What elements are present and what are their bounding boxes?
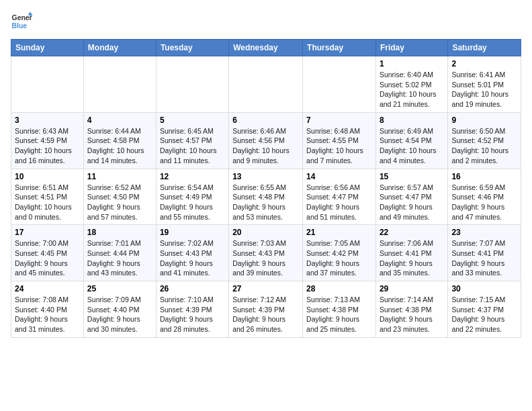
- calendar-cell: 2Sunrise: 6:41 AM Sunset: 5:01 PM Daylig…: [448, 56, 521, 113]
- day-info: Sunrise: 7:10 AM Sunset: 4:39 PM Dayligh…: [160, 295, 225, 334]
- day-info: Sunrise: 7:15 AM Sunset: 4:37 PM Dayligh…: [451, 295, 517, 334]
- calendar-cell: 1Sunrise: 6:40 AM Sunset: 5:02 PM Daylig…: [375, 56, 447, 113]
- calendar-header-sunday: Sunday: [11, 40, 84, 56]
- day-info: Sunrise: 6:54 AM Sunset: 4:49 PM Dayligh…: [160, 183, 225, 222]
- day-number: 26: [160, 284, 225, 293]
- page-container: General Blue SundayMondayTuesdayWednesda…: [0, 0, 532, 411]
- day-info: Sunrise: 6:45 AM Sunset: 4:57 PM Dayligh…: [160, 126, 225, 166]
- day-number: 12: [160, 172, 225, 181]
- calendar-cell: [303, 56, 376, 113]
- calendar-header-friday: Friday: [375, 40, 447, 56]
- day-number: 10: [15, 172, 80, 181]
- calendar-week-row: 17Sunrise: 7:00 AM Sunset: 4:45 PM Dayli…: [11, 225, 521, 281]
- day-number: 30: [451, 284, 517, 293]
- calendar-week-row: 10Sunrise: 6:51 AM Sunset: 4:51 PM Dayli…: [11, 169, 521, 225]
- day-info: Sunrise: 6:59 AM Sunset: 4:46 PM Dayligh…: [451, 183, 517, 222]
- day-info: Sunrise: 6:49 AM Sunset: 4:54 PM Dayligh…: [380, 126, 444, 166]
- calendar-cell: 17Sunrise: 7:00 AM Sunset: 4:45 PM Dayli…: [11, 225, 84, 281]
- calendar-cell: 19Sunrise: 7:02 AM Sunset: 4:43 PM Dayli…: [156, 225, 228, 281]
- day-number: 7: [306, 116, 372, 125]
- calendar-cell: 6Sunrise: 6:46 AM Sunset: 4:56 PM Daylig…: [229, 112, 303, 169]
- day-info: Sunrise: 6:50 AM Sunset: 4:52 PM Dayligh…: [451, 126, 517, 166]
- calendar-header-thursday: Thursday: [303, 40, 376, 56]
- calendar-week-row: 1Sunrise: 6:40 AM Sunset: 5:02 PM Daylig…: [11, 56, 521, 113]
- svg-text:Blue: Blue: [12, 22, 28, 30]
- day-info: Sunrise: 6:46 AM Sunset: 4:56 PM Dayligh…: [232, 126, 299, 166]
- day-number: 28: [306, 284, 372, 293]
- svg-text:General: General: [12, 14, 32, 21]
- calendar-cell: [11, 56, 84, 113]
- day-number: 13: [232, 172, 299, 181]
- day-info: Sunrise: 7:05 AM Sunset: 4:42 PM Dayligh…: [306, 238, 372, 278]
- day-number: 15: [380, 172, 444, 181]
- day-number: 19: [160, 228, 225, 237]
- day-info: Sunrise: 6:56 AM Sunset: 4:47 PM Dayligh…: [306, 183, 372, 222]
- calendar-cell: [83, 56, 156, 113]
- day-number: 22: [380, 228, 444, 237]
- calendar-cell: 10Sunrise: 6:51 AM Sunset: 4:51 PM Dayli…: [11, 169, 84, 225]
- day-info: Sunrise: 6:40 AM Sunset: 5:02 PM Dayligh…: [380, 70, 444, 109]
- day-number: 23: [451, 228, 517, 237]
- calendar-cell: 3Sunrise: 6:43 AM Sunset: 4:59 PM Daylig…: [11, 112, 84, 169]
- day-number: 5: [160, 116, 225, 125]
- calendar-week-row: 3Sunrise: 6:43 AM Sunset: 4:59 PM Daylig…: [11, 112, 521, 169]
- day-number: 6: [232, 116, 299, 125]
- calendar-cell: 8Sunrise: 6:49 AM Sunset: 4:54 PM Daylig…: [375, 112, 447, 169]
- day-info: Sunrise: 7:07 AM Sunset: 4:41 PM Dayligh…: [451, 238, 517, 278]
- calendar-cell: 15Sunrise: 6:57 AM Sunset: 4:47 PM Dayli…: [375, 169, 447, 225]
- day-info: Sunrise: 7:00 AM Sunset: 4:45 PM Dayligh…: [15, 238, 80, 278]
- day-number: 11: [87, 172, 152, 181]
- day-info: Sunrise: 7:12 AM Sunset: 4:39 PM Dayligh…: [232, 295, 299, 334]
- calendar-cell: 26Sunrise: 7:10 AM Sunset: 4:39 PM Dayli…: [156, 281, 228, 338]
- day-number: 2: [451, 59, 517, 68]
- calendar-cell: 23Sunrise: 7:07 AM Sunset: 4:41 PM Dayli…: [448, 225, 521, 281]
- calendar-cell: 25Sunrise: 7:09 AM Sunset: 4:40 PM Dayli…: [83, 281, 156, 338]
- calendar-cell: 29Sunrise: 7:14 AM Sunset: 4:38 PM Dayli…: [375, 281, 447, 338]
- calendar-cell: 30Sunrise: 7:15 AM Sunset: 4:37 PM Dayli…: [448, 281, 521, 338]
- day-number: 8: [380, 116, 444, 125]
- logo-icon: General Blue: [11, 11, 32, 32]
- calendar-cell: 7Sunrise: 6:48 AM Sunset: 4:55 PM Daylig…: [303, 112, 376, 169]
- calendar-cell: 18Sunrise: 7:01 AM Sunset: 4:44 PM Dayli…: [83, 225, 156, 281]
- day-number: 25: [87, 284, 152, 293]
- day-info: Sunrise: 7:13 AM Sunset: 4:38 PM Dayligh…: [306, 295, 372, 334]
- day-info: Sunrise: 6:57 AM Sunset: 4:47 PM Dayligh…: [380, 183, 444, 222]
- calendar-header-row: SundayMondayTuesdayWednesdayThursdayFrid…: [11, 40, 521, 56]
- calendar-cell: 21Sunrise: 7:05 AM Sunset: 4:42 PM Dayli…: [303, 225, 376, 281]
- calendar-cell: 9Sunrise: 6:50 AM Sunset: 4:52 PM Daylig…: [448, 112, 521, 169]
- day-info: Sunrise: 6:41 AM Sunset: 5:01 PM Dayligh…: [451, 70, 517, 109]
- day-number: 20: [232, 228, 299, 237]
- calendar-table: SundayMondayTuesdayWednesdayThursdayFrid…: [11, 39, 521, 338]
- day-number: 3: [15, 116, 80, 125]
- day-info: Sunrise: 6:51 AM Sunset: 4:51 PM Dayligh…: [15, 183, 80, 222]
- day-info: Sunrise: 7:03 AM Sunset: 4:43 PM Dayligh…: [232, 238, 299, 278]
- calendar-cell: 5Sunrise: 6:45 AM Sunset: 4:57 PM Daylig…: [156, 112, 228, 169]
- day-number: 24: [15, 284, 80, 293]
- day-info: Sunrise: 7:01 AM Sunset: 4:44 PM Dayligh…: [87, 238, 152, 278]
- header: General Blue: [11, 11, 521, 32]
- day-number: 1: [380, 59, 444, 68]
- calendar-cell: 27Sunrise: 7:12 AM Sunset: 4:39 PM Dayli…: [229, 281, 303, 338]
- day-number: 21: [306, 228, 372, 237]
- calendar-header-monday: Monday: [83, 40, 156, 56]
- calendar-header-saturday: Saturday: [448, 40, 521, 56]
- calendar-cell: 22Sunrise: 7:06 AM Sunset: 4:41 PM Dayli…: [375, 225, 447, 281]
- calendar-cell: 4Sunrise: 6:44 AM Sunset: 4:58 PM Daylig…: [83, 112, 156, 169]
- day-info: Sunrise: 6:55 AM Sunset: 4:48 PM Dayligh…: [232, 183, 299, 222]
- calendar-cell: 28Sunrise: 7:13 AM Sunset: 4:38 PM Dayli…: [303, 281, 376, 338]
- day-info: Sunrise: 6:52 AM Sunset: 4:50 PM Dayligh…: [87, 183, 152, 222]
- day-number: 16: [451, 172, 517, 181]
- day-info: Sunrise: 7:08 AM Sunset: 4:40 PM Dayligh…: [15, 295, 80, 334]
- day-number: 4: [87, 116, 152, 125]
- logo: General Blue: [11, 11, 32, 32]
- day-info: Sunrise: 6:44 AM Sunset: 4:58 PM Dayligh…: [87, 126, 152, 166]
- day-info: Sunrise: 7:09 AM Sunset: 4:40 PM Dayligh…: [87, 295, 152, 334]
- calendar-cell: 14Sunrise: 6:56 AM Sunset: 4:47 PM Dayli…: [303, 169, 376, 225]
- calendar-cell: [229, 56, 303, 113]
- calendar-cell: 24Sunrise: 7:08 AM Sunset: 4:40 PM Dayli…: [11, 281, 84, 338]
- calendar-cell: 12Sunrise: 6:54 AM Sunset: 4:49 PM Dayli…: [156, 169, 228, 225]
- day-number: 18: [87, 228, 152, 237]
- day-info: Sunrise: 7:02 AM Sunset: 4:43 PM Dayligh…: [160, 238, 225, 278]
- calendar-cell: 11Sunrise: 6:52 AM Sunset: 4:50 PM Dayli…: [83, 169, 156, 225]
- day-info: Sunrise: 6:43 AM Sunset: 4:59 PM Dayligh…: [15, 126, 80, 166]
